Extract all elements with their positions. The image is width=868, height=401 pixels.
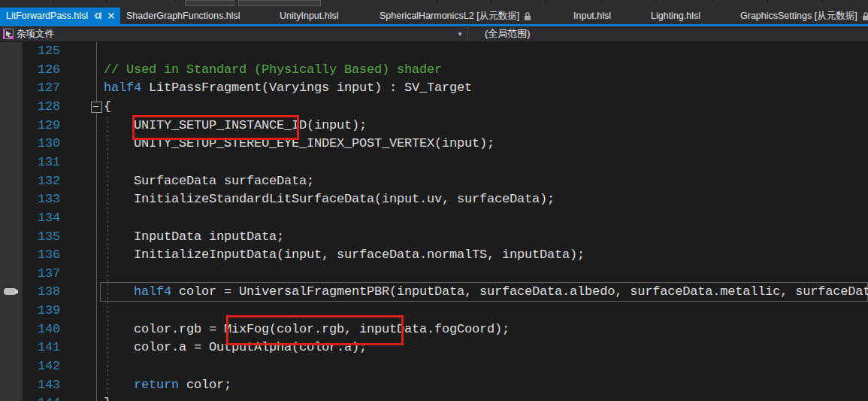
toolbar-tick bbox=[601, 0, 603, 3]
toolbar-combo-fragment bbox=[238, 0, 321, 6]
annotation-box-universalfragmentpbr bbox=[226, 315, 404, 345]
toolbar-tick bbox=[655, 0, 657, 3]
lock-icon bbox=[524, 11, 531, 21]
toolbar-tick bbox=[174, 0, 175, 3]
vs-code-editor-window: LitForwardPass.hlslShaderGraphFunctions.… bbox=[0, 0, 868, 401]
nav-bar-separator bbox=[467, 27, 468, 41]
scope-dropdown[interactable]: (全局范围) bbox=[485, 26, 531, 42]
tab-label: GraphicsSettings [从元数据] bbox=[740, 10, 857, 23]
line-number-144: 144 bbox=[23, 394, 60, 401]
document-tab-bar: LitForwardPass.hlslShaderGraphFunctions.… bbox=[0, 8, 868, 24]
line-number-134: 134 bbox=[23, 209, 60, 228]
toolbar-tick bbox=[105, 0, 107, 3]
line-138-gutter-marker[interactable] bbox=[4, 288, 17, 295]
line-number-139: 139 bbox=[23, 302, 60, 320]
tab-litforwardpass-hlsl[interactable]: LitForwardPass.hlsl bbox=[0, 8, 120, 24]
line-number-137: 137 bbox=[23, 265, 60, 284]
toolbar-tick bbox=[712, 0, 713, 3]
navigation-bar: 杂项文件 ▾ (全局范围) bbox=[0, 26, 868, 42]
line-number-125: 125 bbox=[23, 42, 60, 61]
line-number-132: 132 bbox=[23, 172, 60, 191]
tab-unityinput-hlsl[interactable]: UnityInput.hlsl bbox=[280, 8, 339, 24]
line-number-131: 131 bbox=[23, 153, 60, 172]
line-number-128: 128 bbox=[23, 98, 60, 117]
tab-sphericalharmonicsl2-[interactable]: SphericalHarmonicsL2 [从元数据] bbox=[380, 8, 531, 24]
miscellaneous-files-icon bbox=[2, 28, 14, 40]
toolbar-tick bbox=[767, 0, 768, 3]
annotation-box-litpassfragment bbox=[132, 115, 299, 140]
tab-label: ShaderGraphFunctions.hlsl bbox=[126, 11, 240, 21]
code-line-126[interactable]: // Used in Standard (Physically Based) s… bbox=[104, 61, 442, 80]
toolbar-tick bbox=[436, 0, 437, 3]
code-editor[interactable]: 1251261271281291301311321331341351361371… bbox=[0, 42, 868, 401]
tab-label: SphericalHarmonicsL2 [从元数据] bbox=[380, 10, 519, 23]
line-number-143: 143 bbox=[23, 376, 60, 395]
line-number-129: 129 bbox=[23, 117, 60, 135]
toolbar-tick bbox=[53, 0, 54, 3]
breakpoint-gutter[interactable] bbox=[0, 42, 23, 401]
line-number-142: 142 bbox=[23, 357, 60, 376]
line-number-130: 130 bbox=[23, 135, 60, 153]
line-number-136: 136 bbox=[23, 246, 60, 265]
code-fold-collapse-icon[interactable] bbox=[91, 102, 102, 113]
tab-label: Lighting.hlsl bbox=[651, 11, 700, 21]
tab-graphicssettings-[interactable]: GraphicsSettings [从元数据] bbox=[740, 8, 868, 24]
line-number-135: 135 bbox=[23, 228, 60, 247]
tab-label: LitForwardPass.hlsl bbox=[6, 11, 88, 21]
code-line-133[interactable]: InitializeStandardLitSurfaceData(input.u… bbox=[104, 190, 555, 209]
toolbar-tick bbox=[821, 0, 823, 3]
lock-icon bbox=[862, 11, 868, 21]
line-number-138: 138 bbox=[23, 283, 60, 302]
line-number-127: 127 bbox=[23, 79, 60, 98]
close-icon[interactable] bbox=[107, 12, 115, 20]
toolbar-clipped-strip bbox=[0, 0, 868, 8]
code-line-136[interactable]: InitializeInputData(input, surfaceData.n… bbox=[104, 246, 585, 265]
toolbar-tick bbox=[545, 0, 546, 3]
line-number-141: 141 bbox=[23, 339, 60, 357]
tab-label: UnityInput.hlsl bbox=[280, 11, 339, 21]
line-number-140: 140 bbox=[23, 320, 60, 339]
project-dropdown-label[interactable]: 杂项文件 bbox=[17, 26, 54, 42]
tab-input-hlsl[interactable]: Input.hlsl bbox=[573, 8, 611, 24]
code-line-128[interactable]: { bbox=[104, 98, 111, 117]
project-dropdown-arrow-icon[interactable]: ▾ bbox=[453, 26, 467, 42]
toolbar-combo-fragment bbox=[185, 0, 234, 6]
line-number-126: 126 bbox=[23, 61, 60, 80]
outlining-margin-line bbox=[96, 42, 97, 401]
toolbar-tick bbox=[490, 0, 491, 3]
code-line-135[interactable]: InputData inputData; bbox=[104, 228, 284, 247]
tab-label: Input.hlsl bbox=[573, 11, 611, 21]
code-line-127[interactable]: half4 LitPassFragment(Varyings input) : … bbox=[104, 79, 472, 98]
pin-icon[interactable] bbox=[93, 11, 102, 20]
tab-lighting-hlsl[interactable]: Lighting.hlsl bbox=[651, 8, 700, 24]
code-line-138[interactable]: half4 color = UniversalFragmentPBR(input… bbox=[104, 283, 868, 302]
line-number-133: 133 bbox=[23, 190, 60, 209]
code-line-143[interactable]: return color; bbox=[104, 376, 231, 395]
tab-shadergraphfunctions-hlsl[interactable]: ShaderGraphFunctions.hlsl bbox=[126, 8, 240, 24]
code-line-132[interactable]: SurfaceData surfaceData; bbox=[104, 172, 314, 191]
code-line-144[interactable]: } bbox=[104, 394, 111, 401]
